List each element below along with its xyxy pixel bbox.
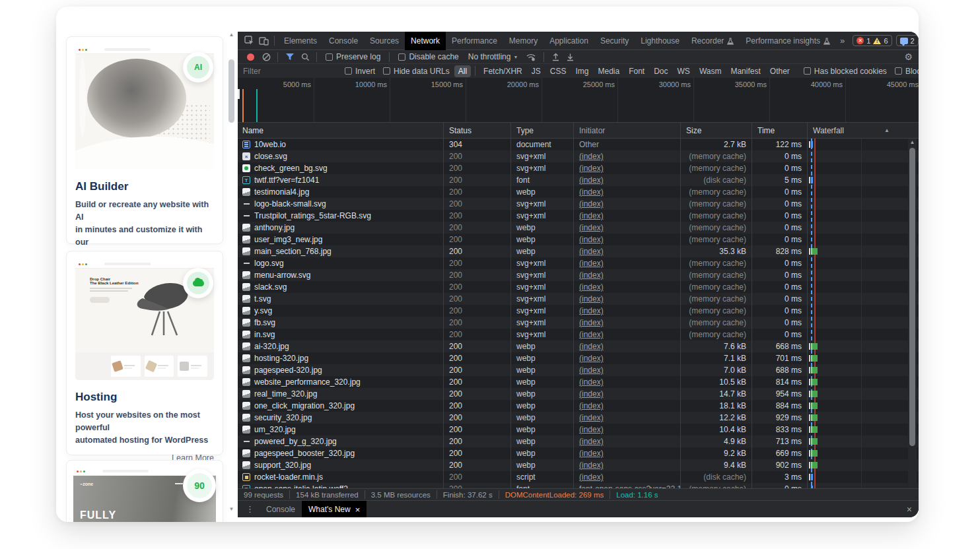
table-row[interactable]: Trustpilot_ratings_5star-RGB.svg200svg+x… xyxy=(238,210,919,222)
table-row[interactable]: y.svg200svg+xml(index)(memory cache)0 ms xyxy=(238,305,919,317)
checkbox[interactable] xyxy=(398,53,405,61)
tab-memory[interactable]: Memory xyxy=(503,32,543,50)
initiator-link[interactable]: (index) xyxy=(579,259,604,268)
initiator-link[interactable]: (index) xyxy=(579,152,604,161)
tab-recorder[interactable]: Recorder xyxy=(685,32,740,50)
table-scrollbar-thumb[interactable] xyxy=(909,148,915,446)
network-conditions-icon[interactable] xyxy=(523,53,539,61)
filter-chip-css[interactable]: CSS xyxy=(546,65,571,77)
more-tabs-icon[interactable]: » xyxy=(836,36,849,46)
waterfall-cell[interactable] xyxy=(808,245,919,257)
waterfall-cell[interactable] xyxy=(808,150,919,162)
filter-chip-other[interactable]: Other xyxy=(766,65,794,77)
initiator-link[interactable]: (index) xyxy=(579,294,604,304)
page-scrollbar[interactable]: ▲ ▼ xyxy=(227,32,236,513)
page-scrollbar-track[interactable] xyxy=(227,38,236,506)
scroll-up-icon[interactable]: ▲ xyxy=(910,139,915,146)
table-row[interactable]: pagespeed_booster_320.jpg200webp(index)9… xyxy=(238,447,919,459)
tab-lighthouse[interactable]: Lighthouse xyxy=(635,32,685,50)
filter-chip-media[interactable]: Media xyxy=(594,65,623,77)
waterfall-cell[interactable] xyxy=(808,139,919,150)
waterfall-cell[interactable] xyxy=(808,305,919,317)
table-row[interactable]: powered_by_g_320.jpg200webp(index)4.9 kB… xyxy=(238,436,919,447)
tab-sources[interactable]: Sources xyxy=(364,32,405,50)
initiator-link[interactable]: (index) xyxy=(579,449,604,458)
initiator-link[interactable]: (index) xyxy=(579,354,604,363)
table-row[interactable]: ×close.svg200svg+xml(index)(memory cache… xyxy=(238,150,919,162)
initiator-link[interactable]: (index) xyxy=(579,247,604,256)
initiator-link[interactable]: (index) xyxy=(579,425,604,434)
table-row[interactable]: ai-320.jpg200webp(index)7.6 kB668 ms xyxy=(238,340,919,352)
export-har-icon[interactable] xyxy=(563,53,577,61)
filter-chip-js[interactable]: JS xyxy=(528,65,545,77)
tab-elements[interactable]: Elements xyxy=(278,32,323,50)
record-network-log-icon[interactable] xyxy=(247,53,254,61)
filter-icon[interactable] xyxy=(283,53,297,61)
tab-application[interactable]: Application xyxy=(543,32,594,50)
filter-chip-ws[interactable]: WS xyxy=(674,65,694,77)
table-row[interactable]: 10web.io304documentOther2.7 kB122 ms xyxy=(238,139,919,150)
table-row[interactable]: pagespeed-320.jpg200webp(index)7.0 kB688… xyxy=(238,364,919,376)
checkbox[interactable] xyxy=(895,67,902,75)
initiator-link[interactable]: (index) xyxy=(579,413,604,422)
has-blocked-cookies-checkbox[interactable]: Has blocked cookies xyxy=(804,67,887,76)
initiator-link[interactable]: (index) xyxy=(579,271,604,280)
import-har-icon[interactable] xyxy=(549,53,562,61)
initiator-link[interactable]: (index) xyxy=(579,377,604,387)
waterfall-cell[interactable] xyxy=(808,174,919,186)
waterfall-cell[interactable] xyxy=(808,222,919,234)
table-row[interactable]: fb.svg200svg+xml(index)(memory cache)0 m… xyxy=(238,317,919,329)
issues-badge[interactable]: 2 xyxy=(896,35,919,46)
initiator-link[interactable]: (index) xyxy=(579,211,604,220)
initiator-link[interactable]: (index) xyxy=(579,199,604,209)
preserve-log-checkbox[interactable]: Preserve log xyxy=(326,52,380,61)
waterfall-cell[interactable] xyxy=(808,447,919,459)
table-row[interactable]: security_320.jpg200webp(index)12.2 kB929… xyxy=(238,412,919,424)
initiator-link[interactable]: (index) xyxy=(579,282,604,292)
table-row[interactable]: anthony.jpg200webp(index)(memory cache)0… xyxy=(238,222,919,234)
initiator-link[interactable]: (index) xyxy=(579,342,604,351)
tab-network[interactable]: Network xyxy=(405,32,446,50)
waterfall-cell[interactable] xyxy=(808,459,919,471)
waterfall-cell[interactable] xyxy=(808,412,919,424)
column-header-type[interactable]: Type xyxy=(511,123,574,138)
column-header-name[interactable]: Name xyxy=(238,123,444,138)
filter-input[interactable] xyxy=(243,67,341,76)
waterfall-cell[interactable] xyxy=(808,281,919,293)
table-row[interactable]: check_green_bg.svg200svg+xml(index)(memo… xyxy=(238,162,919,174)
table-row[interactable]: main_section_768.jpg200webp(index)35.3 k… xyxy=(238,245,919,257)
filter-chip-manifest[interactable]: Manifest xyxy=(726,65,764,77)
waterfall-cell[interactable] xyxy=(808,388,919,400)
network-settings-gear-icon[interactable]: ⚙ xyxy=(904,51,913,62)
waterfall-cell[interactable] xyxy=(808,198,919,210)
table-row[interactable]: in.svg200svg+xml(index)(memory cache)0 m… xyxy=(238,329,919,340)
table-row[interactable]: one_click_migration_320.jpg200webp(index… xyxy=(238,400,919,412)
feature-card-hosting[interactable]: Drop Chair The Black Leather Edition xyxy=(66,251,223,455)
initiator-link[interactable]: (index) xyxy=(579,187,604,197)
table-row[interactable]: logo-black-small.svg200svg+xml(index)(me… xyxy=(238,198,919,210)
table-row[interactable]: slack.svg200svg+xml(index)(memory cache)… xyxy=(238,281,919,293)
feature-card-pagespeed[interactable]: ⌁zone FULLY 90 xyxy=(66,460,223,522)
waterfall-cell[interactable] xyxy=(808,186,919,198)
table-row[interactable]: um_320.jpg200webp(index)10.4 kB833 ms xyxy=(238,424,919,436)
checkbox[interactable] xyxy=(326,53,333,61)
table-row[interactable]: Topen-sans-italic-latin.woff2200fontfont… xyxy=(238,483,919,488)
overview-left-grip[interactable] xyxy=(238,89,240,99)
initiator-link[interactable]: (index) xyxy=(579,389,604,399)
tab-console[interactable]: Console xyxy=(323,32,364,50)
waterfall-cell[interactable] xyxy=(808,162,919,174)
initiator-link[interactable]: (index) xyxy=(579,318,604,327)
checkbox[interactable] xyxy=(804,67,811,75)
checkbox[interactable] xyxy=(383,67,390,75)
table-row[interactable]: rocket-loader.min.js200script(index)(dis… xyxy=(238,471,919,483)
table-row[interactable]: testimonial4.jpg200webp(index)(memory ca… xyxy=(238,186,919,198)
table-row[interactable]: hosting-320.jpg200webp(index)7.1 kB701 m… xyxy=(238,352,919,364)
column-header-status[interactable]: Status xyxy=(444,123,511,138)
filter-chip-fetch-xhr[interactable]: Fetch/XHR xyxy=(479,65,526,77)
disable-cache-checkbox[interactable]: Disable cache xyxy=(398,52,458,61)
drawer-tab-what-s-new[interactable]: What's New× xyxy=(302,501,367,517)
waterfall-cell[interactable] xyxy=(808,364,919,376)
page-scrollbar-thumb[interactable] xyxy=(228,59,234,123)
table-row[interactable]: Ttwtf.ttf?ver=fz1041200font(index)(disk … xyxy=(238,174,919,186)
initiator-link[interactable]: (index) xyxy=(579,366,604,375)
